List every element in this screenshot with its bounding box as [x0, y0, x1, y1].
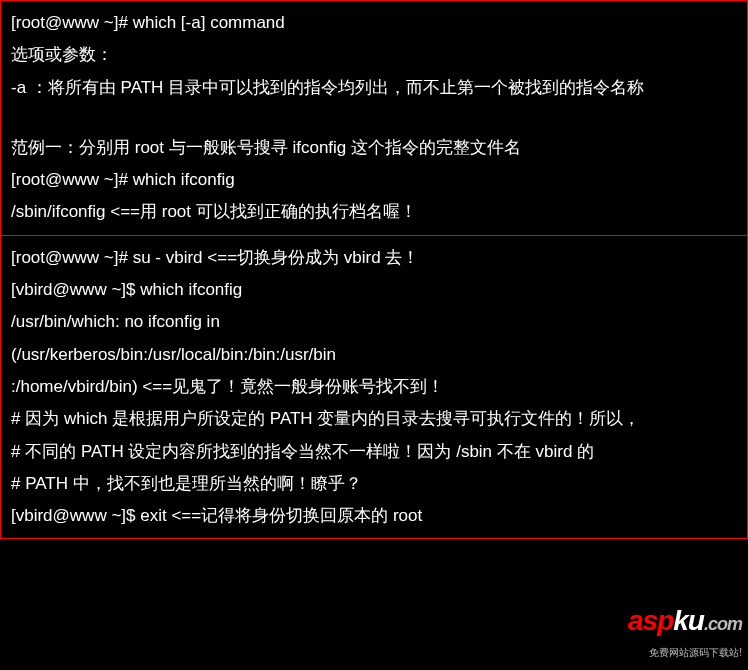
output-line: /usr/bin/which: no ifconfig in [11, 306, 737, 338]
watermark-logo: aspku.com 免费网站源码下载站! [628, 594, 742, 662]
comment-line: # PATH 中，找不到也是理所当然的啊！瞭乎？ [11, 468, 737, 500]
cmd-line: [root@www ~]# which ifconfig [11, 164, 737, 196]
output-line: /sbin/ifconfig <==用 root 可以找到正确的执行档名喔！ [11, 196, 737, 228]
cmd-line: [root@www ~]# su - vbird <==切换身份成为 vbird… [11, 242, 737, 274]
output-line: :/home/vbird/bin) <==见鬼了！竟然一般身份账号找不到！ [11, 371, 737, 403]
text-line: 选项或参数： [11, 39, 737, 71]
watermark-brand-b: ku [673, 605, 704, 636]
cmd-line: [vbird@www ~]$ exit <==记得将身份切换回原本的 root [11, 500, 737, 532]
cmd-line: [root@www ~]# which [-a] command [11, 7, 737, 39]
text-line: -a ：将所有由 PATH 目录中可以找到的指令均列出，而不止第一个被找到的指令… [11, 72, 737, 104]
output-line: (/usr/kerberos/bin:/usr/local/bin:/bin:/… [11, 339, 737, 371]
text-line: 范例一：分别用 root 与一般账号搜寻 ifconfig 这个指令的完整文件名 [11, 132, 737, 164]
terminal-block-top: [root@www ~]# which [-a] command 选项或参数： … [0, 0, 748, 235]
comment-line: # 因为 which 是根据用户所设定的 PATH 变量内的目录去搜寻可执行文件… [11, 403, 737, 435]
watermark-tagline: 免费网站源码下载站! [628, 643, 742, 662]
blank-line [11, 104, 737, 132]
watermark-tld: .com [704, 614, 742, 634]
terminal-block-bottom: [root@www ~]# su - vbird <==切换身份成为 vbird… [0, 235, 748, 540]
comment-line: # 不同的 PATH 设定内容所找到的指令当然不一样啦！因为 /sbin 不在 … [11, 436, 737, 468]
watermark-brand-a: asp [628, 605, 673, 636]
cmd-line: [vbird@www ~]$ which ifconfig [11, 274, 737, 306]
